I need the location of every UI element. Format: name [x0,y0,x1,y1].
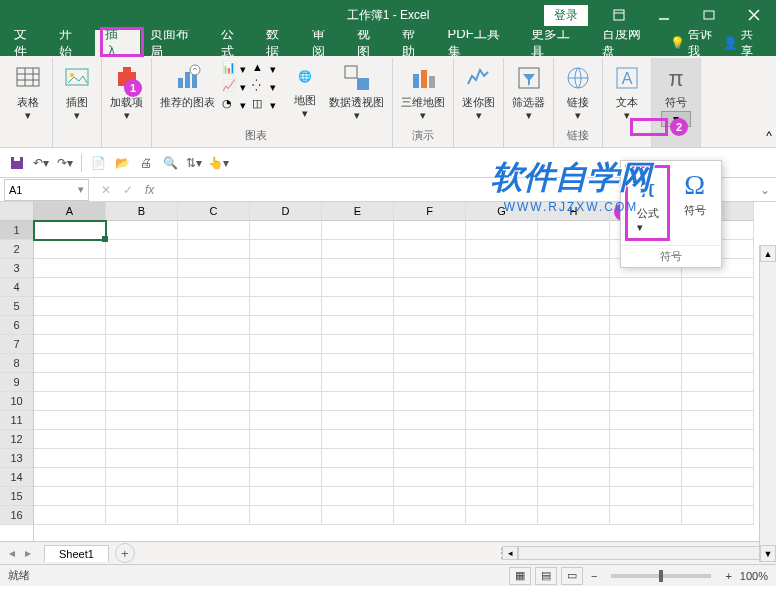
col-header-F[interactable]: F [394,202,466,221]
cell-J10[interactable] [682,392,754,411]
row-header-8[interactable]: 8 [0,354,33,373]
cell-C7[interactable] [178,335,250,354]
qat-save[interactable] [6,152,28,174]
cell-G11[interactable] [466,411,538,430]
cell-F5[interactable] [394,297,466,316]
cell-D11[interactable] [250,411,322,430]
cell-E6[interactable] [322,316,394,335]
cell-A12[interactable] [34,430,106,449]
row-header-3[interactable]: 3 [0,259,33,278]
cell-F3[interactable] [394,259,466,278]
cell-C16[interactable] [178,506,250,525]
cell-A5[interactable] [34,297,106,316]
cell-G16[interactable] [466,506,538,525]
row-header-15[interactable]: 15 [0,487,33,506]
scroll-up-button[interactable]: ▲ [760,245,776,262]
cell-E1[interactable] [322,221,394,240]
scroll-down-button[interactable]: ▼ [760,545,776,562]
cell-A16[interactable] [34,506,106,525]
filters-button[interactable]: 筛选器▾ [508,60,549,124]
horizontal-scrollbar[interactable]: ⋮ ◂ ▸ [496,545,776,561]
zoom-in-button[interactable]: + [721,570,735,582]
row-header-12[interactable]: 12 [0,430,33,449]
row-header-9[interactable]: 9 [0,373,33,392]
cell-H13[interactable] [538,449,610,468]
cell-A3[interactable] [34,259,106,278]
row-header-14[interactable]: 14 [0,468,33,487]
cell-D3[interactable] [250,259,322,278]
cell-I5[interactable] [610,297,682,316]
cell-G5[interactable] [466,297,538,316]
cell-B12[interactable] [106,430,178,449]
cell-E11[interactable] [322,411,394,430]
qat-open[interactable]: 📂 [111,152,133,174]
close-button[interactable] [731,0,776,30]
cell-H14[interactable] [538,468,610,487]
cell-F8[interactable] [394,354,466,373]
cell-C15[interactable] [178,487,250,506]
cell-H4[interactable] [538,278,610,297]
cell-D13[interactable] [250,449,322,468]
col-header-B[interactable]: B [106,202,178,221]
cell-D15[interactable] [250,487,322,506]
cell-C9[interactable] [178,373,250,392]
cell-D2[interactable] [250,240,322,259]
cell-G9[interactable] [466,373,538,392]
expand-formula-bar[interactable]: ⌄ [754,183,776,197]
cell-C8[interactable] [178,354,250,373]
page-break-view-button[interactable]: ▭ [561,567,583,585]
popup-formula-button[interactable]: π 公式▾ [625,165,670,241]
col-header-H[interactable]: H [538,202,610,221]
cell-I15[interactable] [610,487,682,506]
cell-A6[interactable] [34,316,106,335]
cell-F11[interactable] [394,411,466,430]
cell-G6[interactable] [466,316,538,335]
cell-G7[interactable] [466,335,538,354]
ribbon-options-button[interactable] [596,0,641,30]
row-header-2[interactable]: 2 [0,240,33,259]
cell-H1[interactable] [538,221,610,240]
cell-A2[interactable] [34,240,106,259]
row-header-5[interactable]: 5 [0,297,33,316]
cell-G13[interactable] [466,449,538,468]
cell-J12[interactable] [682,430,754,449]
cell-E12[interactable] [322,430,394,449]
col-header-D[interactable]: D [250,202,322,221]
link-button[interactable]: 链接▾ [558,60,598,124]
cell-F16[interactable] [394,506,466,525]
cell-H2[interactable] [538,240,610,259]
cell-A10[interactable] [34,392,106,411]
fx-icon[interactable]: fx [145,183,154,197]
cell-C11[interactable] [178,411,250,430]
cell-H7[interactable] [538,335,610,354]
cell-B4[interactable] [106,278,178,297]
cell-C5[interactable] [178,297,250,316]
cell-G2[interactable] [466,240,538,259]
cell-A11[interactable] [34,411,106,430]
cell-A13[interactable] [34,449,106,468]
cell-B1[interactable] [106,221,178,240]
cell-G3[interactable] [466,259,538,278]
tables-button[interactable]: 表格▾ [8,60,48,124]
cell-F7[interactable] [394,335,466,354]
cell-G15[interactable] [466,487,538,506]
cell-B2[interactable] [106,240,178,259]
cell-J14[interactable] [682,468,754,487]
pie-chart-button[interactable]: ◔▾ [219,96,249,114]
cell-F14[interactable] [394,468,466,487]
maximize-button[interactable] [686,0,731,30]
zoom-out-button[interactable]: − [587,570,601,582]
cell-D12[interactable] [250,430,322,449]
cell-B16[interactable] [106,506,178,525]
row-header-11[interactable]: 11 [0,411,33,430]
cell-F4[interactable] [394,278,466,297]
cell-B10[interactable] [106,392,178,411]
cell-C6[interactable] [178,316,250,335]
cell-G1[interactable] [466,221,538,240]
cell-I11[interactable] [610,411,682,430]
cell-B6[interactable] [106,316,178,335]
cell-B8[interactable] [106,354,178,373]
qat-sort[interactable]: ⇅▾ [183,152,205,174]
cell-B14[interactable] [106,468,178,487]
cell-A9[interactable] [34,373,106,392]
